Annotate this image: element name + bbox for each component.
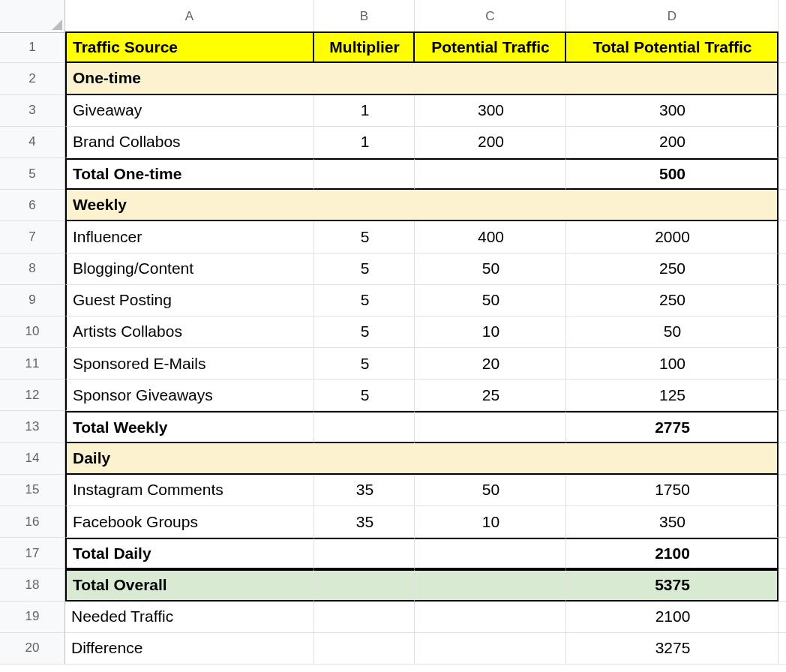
- cell-E12[interactable]: [778, 380, 786, 411]
- cell-C19[interactable]: [415, 602, 566, 633]
- row-header-18[interactable]: 18: [0, 569, 65, 601]
- cell-E1[interactable]: [778, 32, 786, 63]
- row-header-19[interactable]: 19: [0, 602, 65, 633]
- cell-C16[interactable]: 10: [415, 506, 566, 538]
- cell-B7[interactable]: 5: [314, 221, 415, 253]
- row-header-7[interactable]: 7: [0, 221, 65, 253]
- cell-D13[interactable]: 2775: [566, 411, 778, 442]
- row-header-4[interactable]: 4: [0, 127, 65, 158]
- cell-D6[interactable]: [566, 190, 778, 221]
- cell-B13[interactable]: [314, 411, 415, 442]
- cell-C15[interactable]: 50: [415, 475, 566, 506]
- cell-C18[interactable]: [415, 569, 566, 601]
- cell-E10[interactable]: [778, 316, 786, 348]
- cell-E19[interactable]: [778, 602, 786, 633]
- row-header-5[interactable]: 5: [0, 158, 65, 190]
- cell-E15[interactable]: [778, 475, 786, 506]
- cell-A19[interactable]: Needed Traffic: [65, 602, 314, 633]
- cell-C5[interactable]: [415, 158, 566, 190]
- cell-A6[interactable]: Weekly: [65, 190, 314, 221]
- cell-D12[interactable]: 125: [566, 380, 778, 411]
- cell-C2[interactable]: [415, 63, 566, 94]
- cell-C4[interactable]: 200: [415, 127, 566, 158]
- cell-A9[interactable]: Guest Posting: [65, 285, 314, 316]
- cell-C8[interactable]: 50: [415, 254, 566, 285]
- cell-B12[interactable]: 5: [314, 380, 415, 411]
- cell-C3[interactable]: 300: [415, 95, 566, 127]
- cell-B20[interactable]: [314, 633, 415, 664]
- col-header-D[interactable]: D: [566, 0, 778, 33]
- cell-E14[interactable]: [778, 443, 786, 475]
- cell-C6[interactable]: [415, 190, 566, 221]
- select-all-corner[interactable]: [0, 0, 65, 33]
- cell-B11[interactable]: 5: [314, 348, 415, 380]
- cell-C17[interactable]: [415, 538, 566, 569]
- col-header-A[interactable]: A: [65, 0, 314, 33]
- row-header-13[interactable]: 13: [0, 411, 65, 442]
- cell-B9[interactable]: 5: [314, 285, 415, 316]
- cell-D8[interactable]: 250: [566, 254, 778, 285]
- cell-D20[interactable]: 3275: [566, 633, 778, 664]
- row-header-12[interactable]: 12: [0, 380, 65, 411]
- cell-A2[interactable]: One-time: [65, 63, 314, 94]
- cell-B5[interactable]: [314, 158, 415, 190]
- cell-E11[interactable]: [778, 348, 786, 380]
- cell-A5[interactable]: Total One-time: [65, 158, 314, 190]
- cell-D5[interactable]: 500: [566, 158, 778, 190]
- cell-B15[interactable]: 35: [314, 475, 415, 506]
- cell-A10[interactable]: Artists Collabos: [65, 316, 314, 348]
- cell-C11[interactable]: 20: [415, 348, 566, 380]
- cell-A17[interactable]: Total Daily: [65, 538, 314, 569]
- cell-E17[interactable]: [778, 538, 786, 569]
- cell-A13[interactable]: Total Weekly: [65, 411, 314, 442]
- cell-D14[interactable]: [566, 443, 778, 475]
- cell-E5[interactable]: [778, 158, 786, 190]
- cell-E7[interactable]: [778, 221, 786, 253]
- cell-B3[interactable]: 1: [314, 95, 415, 127]
- cell-A8[interactable]: Blogging/Content: [65, 254, 314, 285]
- cell-D11[interactable]: 100: [566, 348, 778, 380]
- cell-A1[interactable]: Traffic Source: [65, 32, 314, 63]
- row-header-11[interactable]: 11: [0, 348, 65, 380]
- cell-C9[interactable]: 50: [415, 285, 566, 316]
- row-header-3[interactable]: 3: [0, 95, 65, 127]
- cell-B17[interactable]: [314, 538, 415, 569]
- cell-E9[interactable]: [778, 285, 786, 316]
- col-header-B[interactable]: B: [314, 0, 415, 33]
- cell-D3[interactable]: 300: [566, 95, 778, 127]
- cell-D19[interactable]: 2100: [566, 602, 778, 633]
- row-header-2[interactable]: 2: [0, 63, 65, 94]
- cell-C14[interactable]: [415, 443, 566, 475]
- row-header-15[interactable]: 15: [0, 475, 65, 506]
- cell-D4[interactable]: 200: [566, 127, 778, 158]
- row-header-1[interactable]: 1: [0, 32, 65, 63]
- row-header-20[interactable]: 20: [0, 633, 65, 664]
- cell-C1[interactable]: Potential Traffic: [415, 32, 566, 63]
- row-header-9[interactable]: 9: [0, 285, 65, 316]
- cell-E8[interactable]: [778, 254, 786, 285]
- cell-A16[interactable]: Facebook Groups: [65, 506, 314, 538]
- cell-A7[interactable]: Influencer: [65, 221, 314, 253]
- cell-E13[interactable]: [778, 411, 786, 442]
- cell-D17[interactable]: 2100: [566, 538, 778, 569]
- cell-B1[interactable]: Multiplier: [314, 32, 415, 63]
- cell-A15[interactable]: Instagram Comments: [65, 475, 314, 506]
- row-header-14[interactable]: 14: [0, 443, 65, 475]
- row-header-16[interactable]: 16: [0, 506, 65, 538]
- col-header-C[interactable]: C: [415, 0, 566, 33]
- cell-A12[interactable]: Sponsor Giveaways: [65, 380, 314, 411]
- row-header-17[interactable]: 17: [0, 538, 65, 569]
- cell-A3[interactable]: Giveaway: [65, 95, 314, 127]
- cell-B16[interactable]: 35: [314, 506, 415, 538]
- cell-B4[interactable]: 1: [314, 127, 415, 158]
- cell-B6[interactable]: [314, 190, 415, 221]
- cell-D18[interactable]: 5375: [566, 569, 778, 601]
- cell-B19[interactable]: [314, 602, 415, 633]
- cell-D9[interactable]: 250: [566, 285, 778, 316]
- cell-C7[interactable]: 400: [415, 221, 566, 253]
- cell-B2[interactable]: [314, 63, 415, 94]
- cell-B18[interactable]: [314, 569, 415, 601]
- cell-A11[interactable]: Sponsored E-Mails: [65, 348, 314, 380]
- cell-B8[interactable]: 5: [314, 254, 415, 285]
- row-header-8[interactable]: 8: [0, 254, 65, 285]
